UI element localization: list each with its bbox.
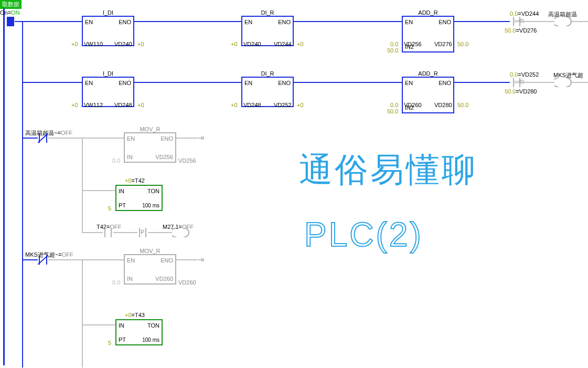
wire <box>134 82 241 83</box>
wire <box>82 138 83 190</box>
block-title: ADD_R <box>403 9 453 16</box>
wire <box>113 232 137 233</box>
wire <box>176 259 197 260</box>
open-end-icon: ⇥ <box>197 133 204 143</box>
wire <box>82 232 103 233</box>
compare-1-bot: 50.0=VD276 <box>505 27 537 34</box>
timer-t42: IN TON PT 100 ms <box>115 185 163 211</box>
wire <box>22 138 23 259</box>
block-title: MOV_R <box>125 126 175 132</box>
ladder-diagram-canvas: 取数据 On=ON I_DI EN ENO +0 VW110 VD240 +0 … <box>0 0 588 368</box>
compare-1: 0.0=VD244 <box>510 10 539 17</box>
coil-1 <box>554 17 570 26</box>
compare-2: 0.0=VD252 <box>510 71 539 78</box>
compare-2-bot: 50.0=VD280 <box>505 88 537 94</box>
block-title: DI_R <box>242 9 293 16</box>
wire <box>48 138 124 139</box>
wire <box>82 259 83 324</box>
wire <box>522 82 554 83</box>
wire <box>15 21 82 22</box>
wire <box>22 259 38 260</box>
block-title: ADD_R <box>403 70 453 77</box>
block-mov-r-2: MOV_R EN ENO IN VD260 <box>124 254 176 285</box>
nc-contact-r4 <box>38 255 48 265</box>
wire <box>82 190 83 232</box>
block-title: DI_R <box>242 70 293 77</box>
network-header: 取数据 <box>0 0 22 9</box>
contact-on-fill <box>8 17 13 26</box>
timer-t42-title: +0=T42 <box>125 177 145 184</box>
t42-contact <box>103 228 113 237</box>
wire <box>570 21 588 22</box>
coil-2 <box>554 78 570 87</box>
start-contact-label: On=ON <box>0 9 20 16</box>
wire <box>22 21 23 83</box>
open-end-icon: ⇥ <box>197 255 204 265</box>
wire <box>176 138 197 139</box>
wire <box>134 21 241 22</box>
timer-t43: IN TON PT 100 ms <box>115 319 163 345</box>
wire <box>82 190 115 191</box>
wire <box>148 232 172 233</box>
wire <box>570 82 588 83</box>
wire <box>454 21 510 22</box>
timer-t43-title: +0=T43 <box>125 312 145 318</box>
overlay-subtitle: PLC(2) <box>304 215 423 254</box>
wire <box>22 138 38 139</box>
block-title: I_DI <box>83 9 133 16</box>
block-title: MOV_R <box>125 248 175 254</box>
wire <box>522 21 554 22</box>
wire <box>294 82 402 83</box>
contact-label-r3: 高温箱超温~=OFF <box>25 129 72 137</box>
wire <box>454 82 510 83</box>
wire <box>294 21 402 22</box>
wire <box>22 82 82 83</box>
wire <box>22 259 23 367</box>
overlay-title: 通俗易懂聊 <box>299 147 477 193</box>
wire <box>48 259 124 260</box>
wire <box>22 82 23 138</box>
nc-contact-r3 <box>38 133 48 143</box>
contact-label-r4: MKS进气超~=OFF <box>25 251 73 259</box>
block-mov-r-1: MOV_R EN ENO IN VD256 <box>124 132 176 163</box>
m27-coil <box>172 228 188 237</box>
wire <box>82 324 83 367</box>
left-power-rail <box>3 8 5 365</box>
wire <box>82 324 115 325</box>
block-title: I_DI <box>83 70 133 77</box>
